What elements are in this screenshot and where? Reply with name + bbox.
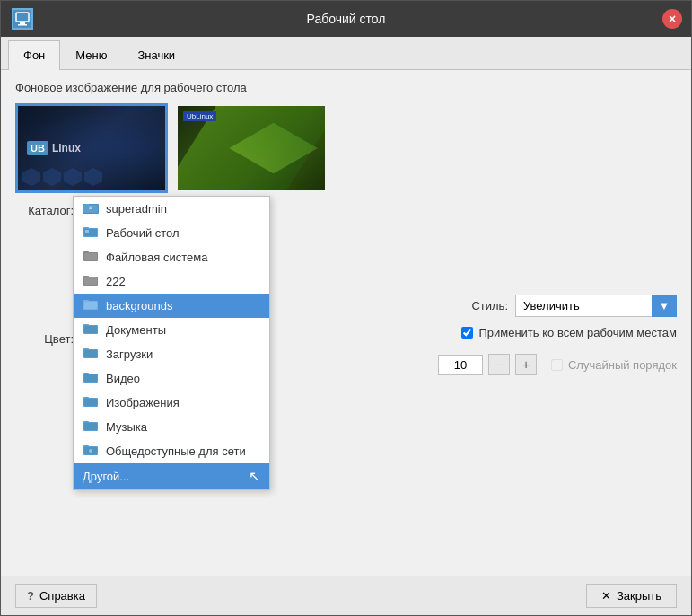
dropdown-item-downloads[interactable]: Загрузки [74, 342, 269, 366]
svg-rect-31 [84, 399, 97, 406]
tab-menu[interactable]: Меню [60, 40, 122, 69]
titlebar: Рабочий стол × [1, 1, 691, 37]
folder-222-icon [83, 274, 99, 289]
folder-video-icon [83, 371, 99, 386]
catalog-dropdown: superadmin Рабочий стол [73, 196, 270, 490]
dropdown-item-video-label: Видео [106, 372, 140, 385]
wallpaper-grid: UB Linux UbLinux [15, 103, 677, 193]
dropdown-item-222[interactable]: 222 [74, 269, 269, 294]
folder-network-icon [83, 444, 99, 459]
svg-rect-0 [16, 13, 29, 22]
random-label: Случайный порядок [551, 358, 677, 372]
dropdown-item-shared[interactable]: Общедоступные для сети [74, 439, 269, 463]
dropdown-item-filesystem[interactable]: Файловая система [74, 245, 269, 269]
wp2-logo: UbLinux [183, 111, 216, 121]
dropdown-item-filesystem-label: Файловая система [106, 251, 207, 264]
dropdown-item-other-label: Другой... [83, 470, 129, 483]
dropdown-item-222-label: 222 [106, 275, 126, 288]
svg-rect-28 [84, 374, 97, 382]
style-dropdown-wrapper: Увеличить По центру Замостить Масштабиро… [515, 295, 677, 317]
wallpaper-thumb-2[interactable]: UbLinux [175, 103, 328, 193]
help-button[interactable]: ? Справка [15, 584, 97, 608]
cursor-icon: ↖ [249, 468, 260, 485]
style-select[interactable]: Увеличить По центру Замостить Масштабиро… [515, 295, 677, 317]
apply-all-label: Применить ко всем рабочим местам [478, 326, 677, 339]
section-title: Фоновое изображение для рабочего стола [15, 81, 677, 94]
tab-content: Фоновое изображение для рабочего стола U… [1, 70, 691, 576]
folder-music-icon [83, 419, 99, 435]
dropdown-item-images-label: Изображения [106, 396, 180, 409]
app-icon [12, 8, 33, 30]
folder-home-icon [83, 201, 99, 216]
svg-rect-25 [84, 350, 97, 357]
dropdown-item-music[interactable]: Музыка [74, 415, 269, 439]
dropdown-item-other[interactable]: Другой... ↖ [74, 463, 269, 489]
window-title: Рабочий стол [307, 12, 386, 26]
dropdown-item-backgrounds[interactable]: backgrounds [74, 294, 269, 318]
tab-background[interactable]: Фон [8, 40, 60, 70]
footer-close-button[interactable]: ✕ Закрыть [586, 584, 677, 608]
random-checkbox[interactable] [551, 359, 563, 371]
apply-all-checkbox[interactable] [461, 327, 473, 339]
dropdown-item-desktop[interactable]: Рабочий стол [74, 221, 269, 245]
tab-icons[interactable]: Значки [122, 40, 190, 69]
interval-input[interactable] [438, 355, 483, 375]
folder-backgrounds-icon [83, 298, 99, 313]
dropdown-item-backgrounds-label: backgrounds [106, 299, 172, 312]
svg-rect-2 [18, 24, 27, 26]
tab-bar: Фон Меню Значки [1, 37, 691, 70]
dropdown-item-music-label: Музыка [106, 420, 147, 434]
dropdown-item-downloads-label: Загрузки [106, 348, 153, 361]
color-label: Цвет: [15, 332, 74, 346]
help-label: Справка [39, 589, 85, 603]
folder-fs-icon [83, 250, 99, 265]
svg-rect-22 [84, 326, 97, 333]
minus-button[interactable]: − [488, 354, 510, 375]
dropdown-item-desktop-label: Рабочий стол [106, 226, 180, 240]
interval-row: − + Случайный порядок [438, 354, 677, 375]
dropdown-item-images[interactable]: Изображения [74, 391, 269, 415]
catalog-label: Каталог: [15, 204, 74, 217]
folder-images-icon [83, 395, 99, 410]
svg-rect-13 [84, 253, 97, 260]
dropdown-item-shared-label: Общедоступные для сети [106, 444, 246, 458]
dropdown-item-superadmin[interactable]: superadmin [74, 197, 269, 221]
svg-rect-19 [84, 302, 97, 309]
dropdown-item-documents-label: Документы [106, 323, 166, 337]
close-label: Закрыть [617, 589, 661, 603]
apply-all-row: Применить ко всем рабочим местам [461, 326, 677, 339]
dropdown-item-video[interactable]: Видео [74, 366, 269, 391]
footer: ? Справка ✕ Закрыть [1, 576, 691, 615]
main-window: Рабочий стол × Фон Меню Значки Фоновое и… [0, 0, 692, 616]
dropdown-item-documents[interactable]: Документы [74, 318, 269, 342]
svg-rect-10 [85, 230, 89, 233]
svg-rect-16 [84, 277, 97, 285]
svg-point-38 [89, 449, 92, 453]
close-button[interactable]: × [662, 9, 682, 29]
svg-rect-34 [84, 423, 97, 430]
style-row: Стиль: Увеличить По центру Замостить Мас… [471, 295, 677, 317]
style-label: Стиль: [471, 299, 508, 312]
folder-desktop-icon [83, 225, 99, 241]
plus-button[interactable]: + [515, 354, 537, 375]
close-x-icon: ✕ [601, 589, 611, 603]
folder-documents-icon [83, 322, 99, 338]
wallpaper-thumb-1[interactable]: UB Linux [15, 103, 168, 193]
dropdown-item-superadmin-label: superadmin [106, 202, 167, 216]
question-icon: ? [27, 589, 34, 603]
svg-rect-1 [20, 22, 25, 24]
folder-downloads-icon [83, 347, 99, 362]
wp1-logo: UB Linux [27, 141, 81, 155]
